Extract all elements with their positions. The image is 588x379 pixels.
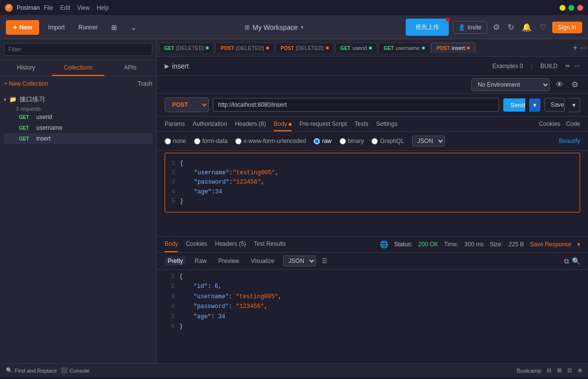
resp-opt-visualize[interactable]: Visualize bbox=[248, 257, 277, 265]
radio-none[interactable]: none bbox=[165, 138, 186, 144]
url-input[interactable] bbox=[213, 98, 499, 112]
tab-deleted-2[interactable]: POST [DELETED] bbox=[215, 43, 274, 53]
add-tab-button[interactable]: + bbox=[573, 44, 577, 52]
tab-apis[interactable]: APIs bbox=[104, 60, 156, 76]
examples-button[interactable]: Examples 0 bbox=[489, 61, 527, 71]
workspace-name[interactable]: My Workspace bbox=[253, 24, 298, 31]
tab-collections[interactable]: Collections bbox=[52, 60, 104, 76]
bootcamp-button[interactable]: Bootcamp bbox=[516, 368, 541, 374]
layout-toggle-1[interactable]: ⊟ bbox=[547, 367, 551, 374]
sync-icon[interactable]: ↻ bbox=[506, 21, 516, 34]
layout-toggle-4[interactable]: ⊕ bbox=[578, 367, 582, 374]
collapse-request-icon[interactable]: ▶ bbox=[165, 63, 169, 70]
code-editor[interactable]: 1 { 2 "username":"testing005", 3 "passwo… bbox=[165, 153, 580, 213]
sidebar: History Collections APIs + New Collectio… bbox=[0, 39, 157, 363]
code-editor-container: 1 { 2 "username":"testing005", 3 "passwo… bbox=[157, 151, 588, 236]
req-tab-params[interactable]: Params bbox=[165, 120, 185, 131]
tab-deleted-1[interactable]: GET [DELETED] bbox=[159, 43, 214, 53]
new-collection-button[interactable]: + New Collection bbox=[4, 80, 48, 87]
req-tab-settings[interactable]: Settings bbox=[376, 120, 397, 131]
more-button[interactable]: ⋯ bbox=[574, 63, 580, 70]
method-select[interactable]: POST GET PUT DELETE bbox=[165, 97, 209, 112]
request-item-username[interactable]: GET username bbox=[4, 122, 152, 133]
radio-raw[interactable]: raw bbox=[314, 138, 331, 144]
resp-tab-body[interactable]: Body bbox=[165, 237, 178, 252]
copy-resp-button[interactable]: ⧉ bbox=[564, 257, 569, 265]
request-item-userid[interactable]: GET userid bbox=[4, 112, 152, 122]
send-button[interactable]: Send bbox=[503, 98, 525, 112]
more-tabs-button[interactable]: ··· bbox=[580, 44, 586, 52]
resp-tab-headers[interactable]: Headers (5) bbox=[215, 237, 246, 252]
request-body-editor[interactable]: 1 { 2 "username":"testing005", 3 "passwo… bbox=[165, 155, 580, 210]
filter-resp-icon[interactable]: ☰ bbox=[322, 258, 327, 264]
cookies-link[interactable]: Cookies bbox=[539, 120, 560, 131]
save-response-dropdown-icon[interactable]: ▾ bbox=[577, 241, 580, 248]
resp-tab-test-results[interactable]: Test Results bbox=[254, 237, 286, 252]
tab-history[interactable]: History bbox=[0, 60, 52, 76]
console-button[interactable]: ⬛ Console bbox=[61, 367, 89, 374]
expand-button[interactable]: ⌄ bbox=[126, 21, 142, 34]
maximize-button[interactable] bbox=[568, 5, 574, 11]
layout-toggle-2[interactable]: ⊠ bbox=[557, 367, 562, 374]
trash-button[interactable]: Trash bbox=[138, 80, 152, 87]
tab-deleted-3[interactable]: POST [DELETED] bbox=[275, 43, 334, 53]
format-select[interactable]: JSON bbox=[412, 136, 445, 146]
layout-toggle-3[interactable]: ⊡ bbox=[567, 367, 572, 374]
heart-icon[interactable]: ♡ bbox=[538, 21, 548, 34]
environment-select[interactable]: No Environment bbox=[471, 78, 550, 91]
sidebar-actions: + New Collection Trash bbox=[0, 76, 156, 91]
filter-input[interactable] bbox=[4, 43, 152, 56]
request-item-insert[interactable]: GET insert bbox=[4, 133, 152, 144]
resp-opt-preview[interactable]: Preview bbox=[215, 257, 242, 265]
req-tab-headers[interactable]: Headers (8) bbox=[235, 120, 266, 131]
menu-help[interactable]: Help bbox=[97, 4, 109, 11]
find-replace-button[interactable]: 🔍 Find and Replace bbox=[6, 367, 57, 374]
req-tab-auth[interactable]: Authorization bbox=[193, 120, 227, 131]
radio-form-data[interactable]: form-data bbox=[194, 138, 227, 144]
build-button[interactable]: BUILD bbox=[537, 61, 562, 71]
search-resp-button[interactable]: 🔍 bbox=[572, 257, 580, 265]
req-tab-tests[interactable]: Tests bbox=[355, 120, 368, 131]
settings-env-icon[interactable]: ⚙ bbox=[569, 78, 580, 91]
radio-binary[interactable]: binary bbox=[340, 138, 364, 144]
menu-file[interactable]: File bbox=[44, 4, 53, 11]
close-button[interactable] bbox=[577, 5, 583, 11]
workspace-chevron[interactable]: ▾ bbox=[301, 24, 303, 30]
save-dropdown-button[interactable]: ▾ bbox=[568, 98, 580, 112]
send-dropdown-button[interactable]: ▾ bbox=[529, 98, 540, 112]
tab-insert[interactable]: POST insert bbox=[431, 43, 475, 53]
promo-button[interactable]: 抢先上传 bbox=[406, 19, 449, 36]
resp-line-2: 2 "id": 6, bbox=[165, 282, 580, 291]
req-tab-prerequest[interactable]: Pre-request Script bbox=[299, 120, 347, 131]
menu-edit[interactable]: Edit bbox=[60, 4, 71, 11]
signin-button[interactable]: Sign In bbox=[552, 22, 582, 33]
resp-opt-raw[interactable]: Raw bbox=[192, 257, 209, 265]
resp-tab-cookies[interactable]: Cookies bbox=[186, 237, 207, 252]
import-button[interactable]: Import bbox=[43, 21, 70, 34]
req-tab-body[interactable]: Body bbox=[274, 120, 292, 131]
collection-header[interactable]: ▾ 📁 接口练习 bbox=[4, 93, 152, 106]
radio-graphql[interactable]: GraphQL bbox=[371, 138, 404, 144]
beautify-button[interactable]: Beautify bbox=[559, 138, 580, 144]
minimize-button[interactable] bbox=[560, 5, 565, 11]
terminal-icon: ⬛ bbox=[61, 367, 68, 374]
radio-urlencoded[interactable]: x-www-form-urlencoded bbox=[235, 138, 306, 144]
invite-button[interactable]: 👤 Invite bbox=[453, 21, 487, 34]
tab-username[interactable]: GET username bbox=[378, 43, 430, 53]
notification-icon[interactable]: 🔔 bbox=[520, 21, 534, 34]
eye-icon[interactable]: 👁 bbox=[554, 78, 565, 91]
resp-format-select[interactable]: JSON bbox=[283, 256, 316, 266]
settings-icon[interactable]: ⚙ bbox=[491, 21, 502, 34]
save-response-button[interactable]: Save Response bbox=[530, 241, 571, 248]
save-button[interactable]: Save bbox=[544, 98, 564, 112]
code-link[interactable]: Code bbox=[566, 120, 580, 131]
runner-button[interactable]: Runner bbox=[74, 21, 102, 34]
layout-button[interactable]: ⊞ bbox=[106, 21, 122, 34]
menu-view[interactable]: View bbox=[77, 4, 90, 11]
new-button[interactable]: New bbox=[6, 20, 39, 35]
tab-userid[interactable]: GET userid bbox=[335, 43, 378, 53]
url-bar: POST GET PUT DELETE Send ▾ Save ▾ bbox=[157, 94, 588, 117]
resp-opt-pretty[interactable]: Pretty bbox=[165, 257, 186, 265]
resp-line-6: 6 } bbox=[165, 322, 580, 332]
edit-button[interactable]: ✏ bbox=[565, 63, 570, 70]
